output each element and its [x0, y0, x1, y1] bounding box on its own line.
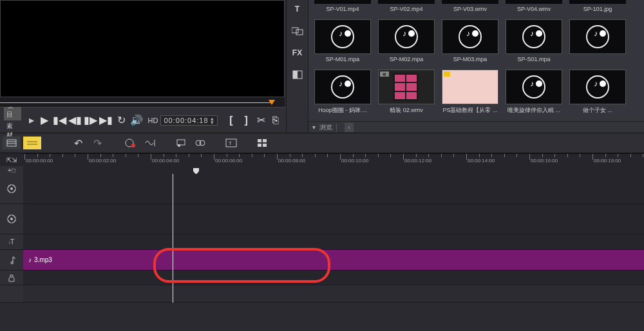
scrub-marker[interactable]	[269, 100, 275, 105]
svg-point-31	[11, 215, 12, 216]
voice-track[interactable]	[23, 270, 644, 285]
audio-disc-icon	[331, 25, 354, 48]
preview-controls: 项目 素材 ▸ ▶ ▮◀ ◀▮ ▮▶ ▶▮ ↻ 🔊 HD 00:00:04:18…	[0, 107, 286, 133]
asset-item[interactable]: ♪唯美旋律伴你入眠 ...	[504, 70, 564, 118]
record-button[interactable]	[122, 136, 139, 150]
ruler-label: 00:00:02:00	[89, 158, 116, 164]
svg-point-15	[196, 140, 201, 146]
zoom-fit-button[interactable]: ⇱⇲	[3, 153, 20, 167]
mark-in-button[interactable]: [	[225, 115, 237, 126]
transition-tool-icon[interactable]	[291, 24, 304, 37]
link-button[interactable]	[192, 136, 209, 150]
video-track-2-head[interactable]	[0, 204, 23, 234]
loop-button[interactable]: ↻	[115, 115, 127, 126]
video-track-2[interactable]	[23, 204, 644, 234]
svg-point-24	[10, 187, 13, 190]
svg-point-10	[126, 139, 133, 147]
timeline-mode-button[interactable]	[23, 137, 41, 149]
voice-track-head[interactable]	[0, 270, 23, 285]
asset-item[interactable]: SP-V03.wmv	[440, 0, 500, 16]
svg-point-26	[11, 191, 12, 193]
audio-track-head[interactable]	[0, 250, 23, 270]
asset-item[interactable]: ♪	[567, 19, 628, 66]
timeline-ruler[interactable]: 00:00:00:0000:00:02:0000:00:04:0000:00:0…	[23, 153, 644, 166]
asset-item[interactable]: ♪SP-M03.mpa	[440, 19, 500, 66]
playhead-handle-icon[interactable]	[193, 166, 199, 172]
svg-point-33	[8, 218, 9, 220]
ruler-label: 00:00:08:00	[278, 158, 305, 164]
asset-item[interactable]: SP-101.jpg	[567, 0, 628, 16]
undo-button[interactable]: ↶	[70, 136, 86, 150]
title-safe-button[interactable]: T	[223, 136, 240, 150]
asset-caption: SP-S01.mpa	[517, 56, 550, 62]
go-end-button[interactable]: ▶▮	[99, 115, 112, 126]
cut-button[interactable]: ✂	[255, 115, 267, 126]
asset-caption: 精装 02.wmv	[390, 106, 423, 115]
timecode-input[interactable]: 00:00:04:18 ▴▾	[160, 115, 217, 126]
volume-button[interactable]: 🔊	[130, 115, 143, 126]
asset-item[interactable]: PS基础教程【从零 ...	[440, 70, 500, 118]
asset-item[interactable]: ♪SP-M01.mpa	[312, 19, 373, 66]
step-back-button[interactable]: ◀▮	[68, 115, 81, 126]
asset-item[interactable]: ♪Hoop圈圈 - 妈咪 ...	[312, 70, 373, 118]
redo-button[interactable]: ↷	[89, 136, 106, 150]
color-tool-icon[interactable]	[291, 68, 304, 81]
video-track-1-head[interactable]	[0, 174, 23, 203]
asset-caption: SP-V04.wmv	[517, 6, 551, 12]
svg-rect-17	[226, 139, 236, 147]
audio-clip[interactable]: ♪ 3.mp3	[23, 250, 644, 270]
storyboard-mode-button[interactable]	[3, 137, 21, 149]
add-track-button[interactable]: +□	[8, 167, 15, 174]
scrub-line	[0, 102, 272, 103]
audio-disc-icon	[331, 75, 354, 99]
preview-scrub-track[interactable]	[0, 97, 285, 107]
asset-caption: SP-V02.mp4	[390, 6, 422, 12]
asset-item[interactable]: SP-V02.mp4	[376, 0, 437, 16]
ruler-label: 00:00:18:00	[594, 158, 621, 164]
svg-rect-7	[27, 139, 37, 147]
tab-expand-icon[interactable]: ▸	[28, 116, 35, 124]
audio-mixer-button[interactable]	[142, 136, 158, 150]
clipboard-button[interactable]: ⎘	[270, 115, 282, 126]
asset-item[interactable]: ▦精装 02.wmv	[376, 70, 437, 118]
extra-track[interactable]	[23, 285, 644, 302]
asset-item[interactable]: ♪SP-S01.mpa	[504, 19, 564, 66]
title-track[interactable]	[23, 234, 644, 249]
audio-disc-icon	[586, 75, 609, 99]
hd-label: HD	[148, 117, 158, 124]
svg-point-27	[8, 188, 9, 189]
step-forward-button[interactable]: ▮▶	[84, 115, 97, 126]
play-button[interactable]: ▶	[38, 115, 50, 126]
grid-view-button[interactable]	[254, 136, 270, 150]
asset-item[interactable]: SP-V01.mp4	[312, 0, 373, 16]
asset-item[interactable]: ♪做个子女 ...	[567, 70, 628, 118]
scroll-left-button[interactable]: ‹	[345, 123, 354, 132]
video-track-1[interactable]	[23, 174, 644, 203]
text-tool-icon[interactable]: T	[291, 3, 304, 15]
corner-tag-icon	[444, 71, 450, 77]
side-toolbar: T FX	[286, 0, 308, 133]
browse-label[interactable]: 浏览	[319, 123, 332, 132]
music-note-icon: ♪	[530, 79, 534, 88]
svg-point-16	[200, 140, 205, 146]
title-track-head[interactable]: ᵢT	[0, 234, 23, 249]
mark-out-button[interactable]: ]	[240, 115, 252, 126]
audio-disc-icon	[586, 25, 609, 48]
fx-tool-icon[interactable]: FX	[291, 46, 304, 59]
extra-track-head[interactable]	[0, 285, 23, 302]
asset-item[interactable]: ♪SP-M02.mpa	[376, 19, 437, 66]
asset-caption: 唯美旋律伴你入眠 ...	[507, 106, 560, 115]
svg-point-32	[11, 222, 12, 223]
timeline-toolbar: ↶ ↷ T	[0, 133, 644, 153]
audio-track[interactable]: ♪ 3.mp3	[23, 250, 644, 270]
preview-screen[interactable]	[0, 0, 285, 97]
asset-panel: SP-V01.mp4 SP-V02.mp4 SP-V03.wmv SP-V04.…	[308, 0, 644, 133]
ruler-label: 00:00:12:00	[404, 158, 431, 164]
timecode-stepper-icon[interactable]: ▴▾	[211, 117, 214, 124]
asset-item[interactable]: SP-V04.wmv	[504, 0, 564, 16]
browse-arrow-icon[interactable]: ▾	[312, 124, 316, 131]
marker-button[interactable]	[173, 136, 189, 150]
timecode-value: 00:00:04:18	[164, 117, 208, 124]
svg-rect-21	[258, 144, 261, 147]
go-start-button[interactable]: ▮◀	[53, 115, 66, 126]
